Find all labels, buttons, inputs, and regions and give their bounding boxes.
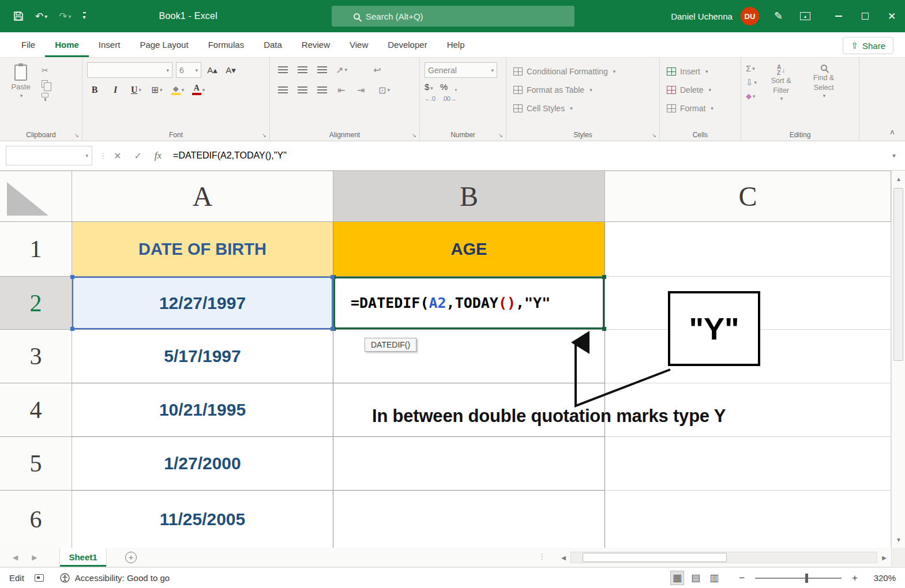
tab-home[interactable]: Home: [45, 32, 89, 57]
zoom-slider-thumb[interactable]: [805, 574, 808, 583]
collapse-ribbon-button[interactable]: ˄: [890, 128, 895, 137]
increase-indent-button[interactable]: ⇥: [353, 82, 369, 97]
align-left-button[interactable]: [275, 82, 291, 97]
tab-formulas[interactable]: Formulas: [198, 32, 254, 57]
bold-button[interactable]: B: [87, 82, 102, 97]
font-dialog-launcher[interactable]: ↘: [262, 132, 266, 138]
row-header-6[interactable]: 6: [0, 491, 72, 548]
horizontal-scroll-track[interactable]: [570, 552, 877, 563]
cell-b6[interactable]: [333, 491, 605, 548]
grow-font-button[interactable]: A▴: [205, 62, 220, 78]
cell-styles-button[interactable]: Cell Styles ▾: [511, 99, 655, 118]
decrease-indent-button[interactable]: ⇤: [333, 82, 350, 97]
styles-dialog-launcher[interactable]: ↘: [652, 132, 656, 138]
cell-a6[interactable]: 11/25/2005: [72, 491, 333, 548]
cell-b1[interactable]: AGE: [333, 222, 605, 277]
fill-color-button[interactable]: ◆ ▾: [170, 82, 185, 97]
row-header-5[interactable]: 5: [0, 437, 72, 491]
horizontal-scrollbar[interactable]: ◀ ▶: [557, 550, 891, 565]
fill-button[interactable]: ⇩▾: [746, 77, 757, 88]
decrease-decimal-button[interactable]: ←.0: [425, 95, 435, 102]
undo-button[interactable]: ↶ ▾: [31, 6, 51, 27]
percent-style-button[interactable]: %: [440, 82, 448, 92]
page-break-view-button[interactable]: ▥: [708, 571, 720, 585]
scroll-up-button[interactable]: ▲: [892, 172, 905, 186]
font-color-button[interactable]: A ▾: [191, 82, 206, 97]
tab-data[interactable]: Data: [254, 32, 292, 57]
zoom-out-button[interactable]: −: [737, 572, 747, 584]
number-format-combobox[interactable]: General ▾: [425, 62, 497, 78]
scroll-right-button[interactable]: ▶: [877, 551, 891, 564]
horizontal-scroll-thumb[interactable]: [583, 553, 727, 562]
cell-c2[interactable]: [605, 277, 891, 330]
row-header-1[interactable]: 1: [0, 222, 72, 277]
autosum-button[interactable]: Σ▾: [746, 63, 757, 73]
cell-b2-editing[interactable]: =DATEDIF(A2,TODAY(),"Y": [333, 277, 605, 330]
cell-a4[interactable]: 10/21/1995: [72, 383, 333, 437]
scroll-down-button[interactable]: ▼: [892, 533, 905, 546]
cell-a5[interactable]: 1/27/2000: [72, 437, 333, 491]
zoom-level[interactable]: 320%: [868, 573, 896, 583]
tab-splitter-grip[interactable]: ⋮: [538, 552, 546, 561]
formula-bar-input[interactable]: =DATEDIF(A2,TODAY(),"Y": [173, 150, 889, 161]
tab-developer[interactable]: Developer: [378, 32, 437, 57]
page-layout-view-button[interactable]: ▤: [689, 571, 702, 585]
cut-button[interactable]: ✂: [42, 66, 52, 75]
confirm-entry-button[interactable]: ✓: [134, 150, 141, 161]
vertical-scrollbar[interactable]: ▲ ▼: [891, 171, 905, 548]
zoom-slider[interactable]: [755, 572, 842, 584]
sheet-tab-sheet1[interactable]: Sheet1: [59, 548, 107, 567]
column-header-c[interactable]: C: [605, 171, 891, 222]
sort-filter-button[interactable]: AZ ↓ Sort & Filter ▾: [763, 62, 799, 128]
bottom-align-button[interactable]: [314, 62, 330, 77]
paste-button[interactable]: Paste ▾: [5, 62, 37, 128]
next-sheet-button[interactable]: ▶: [32, 553, 37, 561]
ink-editor-icon[interactable]: ✎: [774, 10, 783, 22]
tab-review[interactable]: Review: [292, 32, 340, 57]
comma-style-button[interactable]: ,: [455, 82, 457, 92]
borders-button[interactable]: ⊞▾: [149, 82, 164, 97]
scroll-left-button[interactable]: ◀: [557, 551, 570, 564]
cell-c6[interactable]: [605, 491, 891, 548]
row-header-3[interactable]: 3: [0, 330, 72, 383]
search-input[interactable]: Search (Alt+Q): [332, 6, 574, 27]
cell-c1[interactable]: [605, 222, 891, 277]
find-select-button[interactable]: Find & Select ▾: [805, 62, 842, 128]
number-dialog-launcher[interactable]: ↘: [498, 132, 503, 138]
middle-align-button[interactable]: [294, 62, 310, 77]
top-align-button[interactable]: [275, 62, 291, 77]
avatar[interactable]: DU: [741, 7, 759, 25]
cell-b4[interactable]: [333, 383, 605, 437]
row-header-2[interactable]: 2: [0, 277, 72, 330]
insert-function-button[interactable]: fx: [155, 150, 162, 161]
underline-button[interactable]: U▾: [129, 82, 144, 97]
formula-bar-grip[interactable]: ⋮: [99, 152, 107, 160]
share-button[interactable]: ⇧ Share: [843, 37, 893, 54]
insert-cells-button[interactable]: Insert ▾: [664, 62, 736, 81]
select-all-corner[interactable]: [0, 171, 72, 222]
cell-a3[interactable]: 5/17/1997: [72, 330, 333, 383]
cell-b5[interactable]: [333, 437, 605, 491]
save-button[interactable]: [9, 6, 28, 27]
increase-decimal-button[interactable]: .00→: [442, 95, 456, 102]
tab-view[interactable]: View: [340, 32, 378, 57]
cell-c4[interactable]: [605, 383, 891, 437]
format-painter-button[interactable]: [42, 93, 52, 97]
row-header-4[interactable]: 4: [0, 383, 72, 437]
name-box[interactable]: ▾: [6, 146, 92, 165]
conditional-formatting-button[interactable]: Conditional Formatting ▾: [511, 62, 655, 81]
accessibility-checker[interactable]: Accessibility: Good to go: [60, 573, 170, 583]
align-right-button[interactable]: [314, 82, 330, 97]
new-sheet-button[interactable]: +: [125, 552, 137, 563]
clear-button[interactable]: ◆▾: [746, 92, 757, 100]
cancel-entry-button[interactable]: ✕: [114, 150, 121, 161]
tab-insert[interactable]: Insert: [89, 32, 130, 57]
format-as-table-button[interactable]: Format as Table ▾: [511, 81, 655, 99]
italic-button[interactable]: I: [108, 82, 123, 97]
cell-c3[interactable]: [605, 330, 891, 383]
minimize-button[interactable]: [825, 0, 852, 32]
zoom-in-button[interactable]: +: [850, 572, 860, 584]
orientation-button[interactable]: ↗▾: [333, 62, 350, 77]
normal-view-button[interactable]: ▦: [671, 571, 684, 585]
clipboard-dialog-launcher[interactable]: ↘: [74, 132, 79, 138]
